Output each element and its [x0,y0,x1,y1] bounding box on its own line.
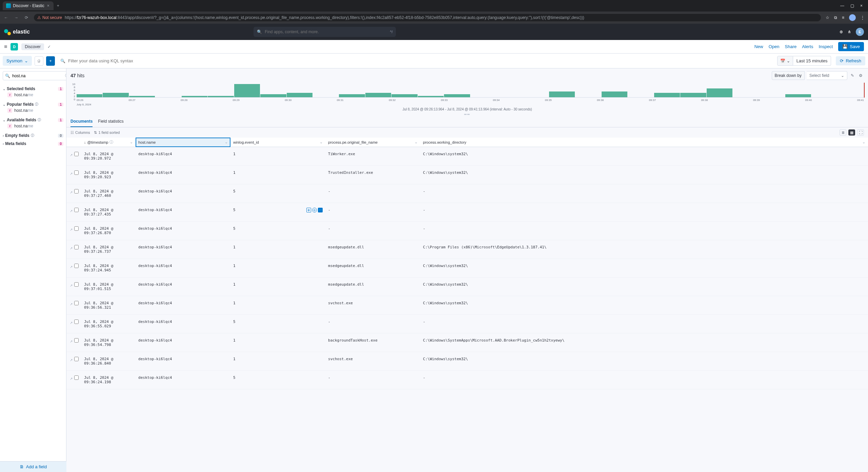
table-row[interactable]: ↗ Jul 8, 2024 @ 09:37:24.945desktop-ki6l… [66,259,868,278]
tab-close-icon[interactable]: × [46,3,50,8]
space-badge[interactable]: D [11,43,18,50]
chart-options-icon[interactable]: ⚙ [857,73,864,78]
time-quick-button[interactable]: 📅 ⌄ [777,56,793,66]
new-button[interactable]: New [754,44,763,49]
histogram-bar[interactable] [365,93,391,97]
row-checkbox[interactable] [74,338,79,343]
expand-row-icon[interactable]: ↗ [69,265,73,269]
table-row[interactable]: ↗ Jul 8, 2024 @ 09:36:26.840desktop-ki6l… [66,352,868,371]
histogram-bar[interactable] [549,91,575,97]
table-row[interactable]: ↗ Jul 8, 2024 @ 09:37:27.435desktop-ki6l… [66,203,868,222]
row-checkbox[interactable] [74,301,79,305]
table-row[interactable]: ↗ Jul 8, 2024 @ 09:37:26.737desktop-ki6l… [66,240,868,259]
table-row[interactable]: ↗ Jul 8, 2024 @ 09:36:55.029desktop-ki6l… [66,315,868,333]
info-icon[interactable]: ⓘ [109,140,113,145]
row-checkbox[interactable] [74,208,79,212]
new-tab-button[interactable]: + [54,3,63,8]
kql-input[interactable] [68,58,772,63]
add-filter-button[interactable]: + [46,56,55,66]
info-icon[interactable]: ⓘ [35,102,38,107]
empty-fields-header[interactable]: › Empty fields ⓘ 0 [3,133,63,138]
selected-fields-header[interactable]: ⌄ Selected fields 1 [3,86,63,91]
close-window-icon[interactable]: × [860,3,863,8]
table-row[interactable]: ↗ Jul 8, 2024 @ 09:37:26.870desktop-ki6l… [66,222,868,240]
histogram-bar[interactable] [339,94,365,97]
table-row[interactable]: ↗ Jul 8, 2024 @ 09:36:56.321desktop-ki6l… [66,296,868,315]
row-checkbox[interactable] [74,226,79,231]
lens-edit-icon[interactable]: ✎ [849,73,855,78]
histogram-bar[interactable] [707,88,732,97]
newsfeed-icon[interactable]: ⋔ [848,29,851,34]
row-checkbox[interactable] [74,189,79,193]
share-button[interactable]: Share [785,44,797,49]
row-checkbox[interactable] [74,357,79,361]
meta-fields-header[interactable]: › Meta fields 0 [3,141,63,146]
add-field-button[interactable]: 🗎 Add a field [0,461,66,472]
inspect-button[interactable]: Inspect [819,44,833,49]
expand-row-icon[interactable]: ↗ [69,302,73,306]
row-checkbox[interactable] [74,245,79,249]
column-menu-icon[interactable]: ⌄ [415,140,418,144]
table-row[interactable]: ↗ Jul 8, 2024 @ 09:37:27.460desktop-ki6l… [66,184,868,203]
expand-row-icon[interactable]: ↗ [69,284,73,287]
row-checkbox[interactable] [74,375,79,380]
kebab-menu-icon[interactable]: ⋮ [861,15,865,20]
table-row[interactable]: ↗ Jul 8, 2024 @ 09:37:01.515desktop-ki6l… [66,278,868,296]
row-checkbox[interactable] [74,264,79,268]
row-checkbox[interactable] [74,282,79,287]
field-item[interactable]: t host.name [3,91,63,99]
table-row[interactable]: ↗ Jul 8, 2024 @ 09:36:24.198desktop-ki6l… [66,371,868,389]
column-menu-icon[interactable]: ⌄ [862,140,865,144]
col-origfile[interactable]: process.pe.original_file_name⌄ [325,138,420,147]
histogram-bar[interactable] [391,94,417,97]
histogram-bar[interactable] [103,93,128,97]
filter-plus-icon[interactable]: ⊕ [306,208,311,212]
filter-minus-icon[interactable]: ⊖ [312,208,317,212]
popular-fields-header[interactable]: ⌄ Popular fields ⓘ 1 [3,102,63,107]
histogram-bar[interactable] [602,91,627,97]
forward-icon[interactable]: → [14,15,19,20]
sort-button[interactable]: ⇅1 field sorted [94,130,120,135]
histogram-bar[interactable] [77,94,102,97]
nav-toggle-icon[interactable]: ≡ [4,44,7,50]
tab-documents[interactable]: Documents [70,116,93,127]
time-range-button[interactable]: Last 15 minutes [793,56,831,66]
star-icon[interactable]: ☆ [826,15,829,20]
expand-row-icon[interactable]: ↗ [69,358,73,362]
breakdown-select[interactable]: Select field ⌄ [807,71,847,80]
histogram-bar[interactable] [182,96,207,97]
histogram-bar[interactable] [680,93,706,97]
breadcrumb[interactable]: Discover [21,43,44,50]
view-list-icon[interactable]: ≣ [840,129,846,136]
histogram-chart[interactable]: 1086420 09:2609:2709:2809:2909:3009:3109… [77,83,864,102]
not-secure-badge[interactable]: ⚠ Not secure [37,15,62,20]
elastic-logo[interactable]: elastic [4,28,30,35]
table-row[interactable]: ↗ Jul 8, 2024 @ 09:39:20.972desktop-ki6l… [66,147,868,166]
resize-handle[interactable]: ══ [66,112,868,116]
global-search-input[interactable] [265,29,387,34]
histogram-bar[interactable] [260,94,286,97]
reading-list-icon[interactable]: ≡ [842,15,844,20]
histogram-bar[interactable] [418,96,444,97]
global-search[interactable]: 🔍 ^/ [254,27,396,37]
col-timestamp[interactable]: ↓@timestamp ⓘ⌄ [81,138,136,147]
field-item[interactable]: t host.name [3,122,63,130]
save-button[interactable]: 💾 Save [838,42,864,51]
reload-icon[interactable]: ⟳ [24,15,29,20]
cell-actions-icon[interactable]: ⋯ [318,208,323,212]
row-checkbox[interactable] [74,152,79,156]
profile-avatar[interactable] [849,14,856,21]
expand-row-icon[interactable]: ↗ [69,228,73,231]
histogram-bar[interactable] [208,96,234,97]
column-menu-icon[interactable]: ⌄ [225,140,228,144]
histogram-bar[interactable] [234,84,260,97]
alerts-button[interactable]: Alerts [802,44,813,49]
col-hostname[interactable]: host.name⌄ [136,138,230,147]
histogram-bar[interactable] [129,96,155,97]
kql-query-box[interactable]: 🔍 [58,56,774,66]
expand-row-icon[interactable]: ↗ [69,209,73,213]
expand-row-icon[interactable]: ↗ [69,377,73,381]
row-checkbox[interactable] [74,170,79,175]
row-checkbox[interactable] [74,320,79,324]
results-grid[interactable]: ↓@timestamp ⓘ⌄ host.name⌄ winlog.event_i… [66,138,868,472]
